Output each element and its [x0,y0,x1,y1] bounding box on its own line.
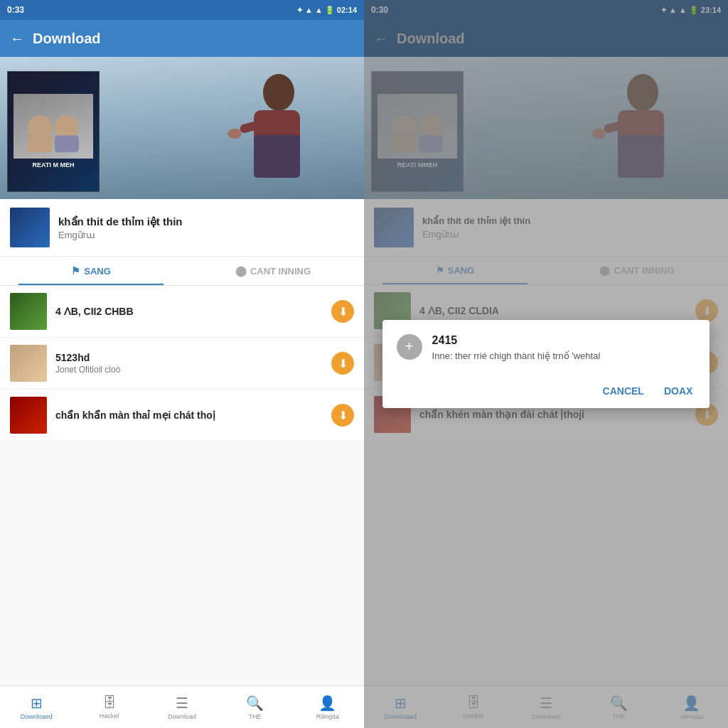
left-song-thumb [10,208,50,247]
left-tabs-row: ⚑ SANG ⬤ CANT INNING [0,257,364,286]
left-song-title: khẩn thit de thỉm iệt thin [58,215,354,229]
svg-point-4 [228,129,242,139]
signal2-icon: ▲ [315,6,323,14]
left-download-btn-3[interactable]: ⬇ [331,404,354,427]
left-time: 0:33 [7,5,24,15]
dialog-content: 2415 Inne: ther rrié chigh thànt hiệ trn… [432,334,696,363]
svg-rect-2 [254,135,300,178]
left-nav-the-label: THE [248,713,261,720]
dialog-actions: CANCEL DOAX [397,374,696,401]
left-nav-hackel-label: Hackel [100,712,119,719]
left-download-btn-1[interactable]: ⬇ [331,300,354,323]
home-icon: ⊞ [31,695,43,712]
poster-faces [14,94,93,159]
left-song-item-info-2: 5123hd Jonet Ofitioil cloó [55,352,323,375]
dialog-title: 2415 [432,334,696,347]
left-back-button[interactable]: ← [10,31,24,47]
tab-cant-label: CANT INNING [250,266,311,277]
profile-icon: 👤 [318,695,336,712]
left-song-item-title-2: 5123hd [55,352,323,363]
right-panel-content: 0:30 ✦ ▲ ▲ 🔋 23:14 ← Download [364,0,728,728]
song-number-1: 4 [55,306,64,317]
left-hero-area: REATI M MEH [0,57,364,199]
tab-sang[interactable]: ⚑ SANG [0,257,182,285]
bluetooth-icon: ✦ [296,6,303,15]
left-nav-download[interactable]: ☰ Download [146,686,218,728]
library-icon: 🗄 [102,695,117,711]
hero-person-svg [200,64,343,199]
search-icon: 🔍 [246,695,264,712]
left-bottom-nav: ⊞ Downloaed 🗄 Hackel ☰ Download 🔍 THE 👤 … [0,685,364,728]
left-status-icons: ✦ ▲ ▲ 🔋 02:14 [296,6,357,15]
tab-cant[interactable]: ⬤ CANT INNING [182,257,364,285]
left-nav-download-label: Download [168,713,196,720]
left-nav-downloaded-label: Downloaed [21,713,53,720]
tab-sang-icon: ⚑ [71,265,80,277]
dialog-cancel-button[interactable]: CANCEL [600,381,647,401]
tab-sang-label: SANG [84,266,111,277]
poster-title: REATI M MEH [33,161,75,169]
left-download-btn-2[interactable]: ⬇ [331,352,354,375]
left-hero-poster: REATI M MEH [7,71,100,192]
tab-cant-icon: ⬤ [235,265,247,277]
left-nav-the[interactable]: 🔍 THE [218,686,291,728]
left-song-item-2[interactable]: 5123hd Jonet Ofitioil cloó ⬇ [0,338,364,390]
left-song-item-1[interactable]: 4 ɅB, CII2 CHBB ⬇ [0,286,364,338]
left-song-item-title-1: 4 ɅB, CII2 CHBB [55,306,323,317]
dialog-plus-icon: + [397,334,422,360]
left-nav-downloaded[interactable]: ⊞ Downloaed [0,686,73,728]
svg-rect-7 [28,136,52,153]
left-thumb-1 [10,293,47,330]
dialog-message: Inne: ther rrié chigh thànt hiệ trnố 'we… [432,350,696,363]
right-phone-panel: 0:30 ✦ ▲ ▲ 🔋 23:14 ← Download [364,0,728,728]
left-song-artist: Emgữrɯ [58,230,354,240]
svg-rect-8 [55,136,79,153]
left-song-info-row: khẩn thit de thỉm iệt thin Emgữrɯ [0,199,364,257]
dialog-overlay: + 2415 Inne: ther rrié chigh thànt hiệ t… [364,0,728,728]
left-nav-rilingita[interactable]: 👤 Rilingita [291,686,364,728]
left-song-info: khẩn thit de thỉm iệt thin Emgữrɯ [58,215,354,241]
battery-icon: 🔋 [325,6,335,15]
left-phone-panel: 0:33 ✦ ▲ ▲ 🔋 02:14 ← Download [0,0,364,728]
left-song-item-info-1: 4 ɅB, CII2 CHBB [55,306,323,317]
left-thumb-3 [10,397,47,434]
list-icon: ☰ [176,695,188,712]
left-status-bar: 0:33 ✦ ▲ ▲ 🔋 02:14 [0,0,364,20]
left-song-item-3[interactable]: chẩn khẩn màn thaỉ mẹi chát thoị ⬇ [0,390,364,441]
left-song-item-title-3: chẩn khẩn màn thaỉ mẹi chát thoị [55,410,323,421]
left-app-bar: ← Download [0,20,364,57]
left-app-title: Download [33,31,101,47]
left-song-list: 4 ɅB, CII2 CHBB ⬇ 5123hd Jonet Ofitioil … [0,286,364,685]
left-nav-rilingita-label: Rilingita [316,713,339,720]
dialog-header: + 2415 Inne: ther rrié chigh thànt hiệ t… [397,334,696,363]
dialog-ok-button[interactable]: DOAX [661,381,695,401]
dialog-box: + 2415 Inne: ther rrié chigh thànt hiệ t… [382,320,710,408]
svg-point-0 [263,74,294,111]
left-thumb-2 [10,345,47,382]
left-nav-hackel[interactable]: 🗄 Hackel [73,686,145,728]
left-song-item-info-3: chẩn khẩn màn thaỉ mẹi chát thoị [55,410,323,421]
left-song-item-artist-2: Jonet Ofitioil cloó [55,365,323,375]
right-time: 02:14 [337,6,357,14]
signal-icon: ▲ [305,6,313,14]
